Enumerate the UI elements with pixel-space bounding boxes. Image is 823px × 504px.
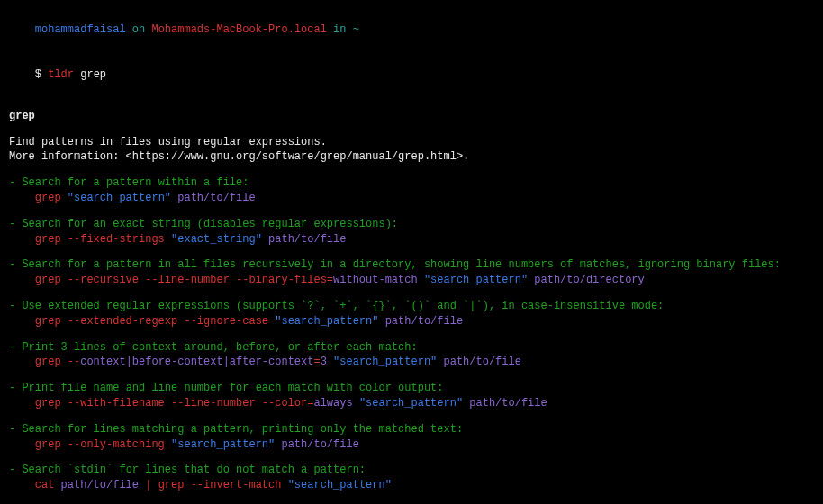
example-desc-text: Search for an exact string (disables reg… [22, 218, 398, 230]
example-desc-text: Search for a pattern in all files recurs… [22, 258, 781, 271]
example-command: grep --context|before-context|after-cont… [9, 355, 814, 370]
example-desc-text: Search for a pattern within a file: [22, 176, 249, 189]
page-title: grep [9, 109, 814, 124]
examples-list: - Search for a pattern within a file:gre… [9, 176, 814, 504]
prompt-user: mohammadfaisal [35, 23, 126, 36]
example-desc: - Print 3 lines of context around, befor… [9, 340, 814, 356]
cmd-segment: grep -- [35, 356, 80, 368]
cmd-segment [378, 315, 384, 328]
cmd-segment: grep --extended-regexp --ignore-case [35, 315, 275, 328]
cmd-segment: grep --fixed-strings [35, 233, 171, 246]
example-desc: - Use extended regular expressions (supp… [9, 299, 814, 314]
cmd-segment: path/to/file [385, 315, 463, 328]
cmd-segment [418, 274, 424, 286]
cmd-segment: grep --recursive --line-number --binary-… [35, 274, 333, 286]
cmd-segment: cat [35, 479, 61, 491]
cmd-segment: = [313, 356, 320, 368]
cmd-segment [262, 233, 268, 246]
bullet-dash: - [9, 258, 22, 271]
example-desc-text: Search `stdin` for lines that do not mat… [22, 464, 366, 476]
cmd-segment [437, 356, 443, 368]
example-command: cat path/to/file | grep --invert-match "… [9, 478, 814, 493]
example-command: grep --extended-regexp --ignore-case "se… [9, 314, 814, 329]
example-desc-text: Use extended regular expressions (suppor… [22, 300, 664, 312]
shell-command-line[interactable]: $ tldr grep [9, 52, 814, 97]
example-desc: - Search for lines matching a pattern, p… [9, 422, 814, 437]
cmd-segment [327, 356, 333, 368]
cmd-segment: path/to/file [469, 397, 547, 410]
prompt-in: in [327, 23, 353, 36]
cmd-segment: "search_pattern" [424, 274, 528, 286]
cmd-segment: path/to/file [268, 233, 346, 246]
example-command: grep --recursive --line-number --binary-… [9, 273, 814, 288]
cmd-segment: "search_pattern" [275, 315, 378, 328]
prompt-on: on [126, 23, 152, 36]
terminal-output: mohammadfaisal on Mohammads-MacBook-Pro.… [9, 7, 814, 504]
cmd-segment: always [313, 397, 352, 410]
cmd-segment: "search_pattern" [171, 438, 275, 451]
example-command: grep --with-filename --line-number --col… [9, 396, 814, 411]
cmd-segment: without-match [333, 274, 418, 286]
cmd-segment [353, 397, 359, 410]
bullet-dash: - [9, 464, 22, 476]
cmd-segment: "search_pattern" [288, 479, 392, 491]
example-command: grep --fixed-strings "exact_string" path… [9, 232, 814, 248]
example-desc-text: Print file name and line number for each… [22, 382, 443, 394]
cmd-segment: path/to/directory [534, 274, 644, 286]
example-desc-text: Print 3 lines of context around, before,… [22, 341, 417, 354]
prompt-host: Mohammads-MacBook-Pro.local [151, 23, 326, 36]
example-desc: - Print file name and line number for ea… [9, 381, 814, 396]
cmd-segment: context|before-context|after-context [80, 356, 313, 368]
bullet-dash: - [9, 423, 22, 436]
example-desc: - Search for a pattern within a file: [9, 176, 814, 191]
cmd-segment: "search_pattern" [359, 397, 463, 410]
example-desc: - Search `stdin` for lines that do not m… [9, 463, 814, 478]
cmd-segment: "exact_string" [171, 233, 262, 246]
example-command: grep --only-matching "search_pattern" pa… [9, 437, 814, 453]
cmd-arg: grep [80, 68, 106, 81]
example-desc: - Search for a pattern in all files recu… [9, 257, 814, 273]
cmd-segment: path/to/file [444, 356, 521, 368]
cmd-tool: tldr [48, 68, 74, 81]
cmd-segment: "search_pattern" [333, 356, 437, 368]
bullet-dash: - [9, 218, 22, 230]
cmd-segment: grep --only-matching [35, 438, 171, 451]
cmd-segment: path/to/file [177, 192, 255, 204]
cmd-segment: 3 [321, 356, 327, 368]
bullet-dash: - [9, 341, 22, 354]
shell-prompt-line[interactable]: mohammadfaisal on Mohammads-MacBook-Pro.… [9, 7, 814, 52]
cmd-segment: grep --with-filename --line-number --col… [35, 397, 314, 410]
cmd-segment: path/to/file [281, 438, 358, 451]
bullet-dash: - [9, 176, 22, 189]
example-desc-text: Search for lines matching a pattern, pri… [22, 423, 463, 436]
example-command: grep "search_pattern" path/to/file [9, 191, 814, 206]
page-more-info: More information: <https://www.gnu.org/s… [9, 149, 814, 165]
cmd-segment: | grep --invert-match [139, 479, 288, 491]
prompt-path: ~ [353, 23, 359, 36]
page-desc: Find patterns in files using regular exp… [9, 135, 814, 150]
cmd-segment: grep [35, 192, 68, 204]
bullet-dash: - [9, 300, 22, 312]
bullet-dash: - [9, 382, 22, 394]
cmd-segment: "search_pattern" [68, 192, 171, 204]
cmd-segment: path/to/file [61, 479, 139, 491]
example-desc: - Search for an exact string (disables r… [9, 217, 814, 232]
prompt-ps1: $ [35, 68, 48, 81]
